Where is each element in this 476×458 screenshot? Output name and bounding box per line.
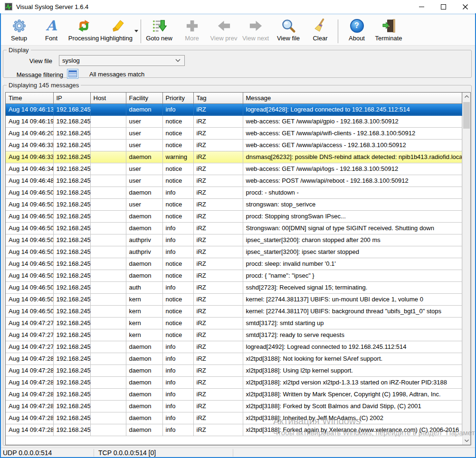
cell-ip: 192.168.245.10 bbox=[53, 341, 90, 353]
processing-button[interactable]: Processing bbox=[69, 18, 98, 44]
table-row[interactable]: Aug 14 09:47:28192.168.245.10daemoninfoi… bbox=[6, 365, 462, 376]
cell-host bbox=[90, 317, 126, 329]
goto-new-button[interactable]: Goto new bbox=[145, 18, 173, 44]
table-row[interactable]: Aug 14 09:46:50192.168.245.10kernnoticei… bbox=[6, 305, 462, 317]
app-icon[interactable] bbox=[5, 3, 12, 10]
cell-host bbox=[90, 400, 126, 412]
cell-time: Aug 14 09:46:50 bbox=[6, 198, 53, 210]
scroll-up-button[interactable] bbox=[463, 93, 471, 101]
table-row[interactable]: Aug 14 09:46:50192.168.245.10daemoninfoi… bbox=[6, 187, 462, 198]
table-row[interactable]: Aug 14 09:46:50192.168.245.10authprivinf… bbox=[6, 246, 462, 258]
cell-host bbox=[90, 210, 126, 222]
cell-facility: auth bbox=[126, 281, 162, 293]
cell-tag: iRZ bbox=[193, 187, 243, 198]
cell-ip: 192.168.245.10 bbox=[53, 353, 90, 365]
window-controls bbox=[410, 0, 476, 13]
view-next-button[interactable]: View next bbox=[242, 18, 269, 44]
column-header-ip[interactable]: IP bbox=[53, 93, 90, 103]
minimize-icon bbox=[419, 4, 424, 9]
display-group-label: Display bbox=[7, 47, 31, 54]
cell-priority: notice bbox=[162, 163, 193, 175]
table-row[interactable]: Aug 14 09:46:50192.168.245.10kernnoticei… bbox=[6, 293, 462, 305]
minimize-button[interactable] bbox=[410, 0, 432, 13]
cell-facility: daemon bbox=[126, 412, 162, 424]
column-header-priority[interactable]: Priority bbox=[162, 93, 193, 103]
table-row[interactable]: Aug 14 09:46:50192.168.245.10authprivinf… bbox=[6, 234, 462, 246]
table-row[interactable]: Aug 14 09:46:50192.168.245.10usernoticei… bbox=[6, 198, 462, 210]
table-row[interactable]: Aug 14 09:47:27192.168.245.10daemoninfoi… bbox=[6, 341, 462, 353]
more-button[interactable]: More bbox=[181, 18, 203, 44]
cell-tag: iRZ bbox=[193, 210, 243, 222]
table-row[interactable]: Aug 14 09:46:34192.168.245.10usernoticei… bbox=[6, 163, 462, 175]
status-bar: UDP 0.0.0.0:514 TCP 0.0.0.0:514 [0] bbox=[0, 448, 476, 457]
clear-button[interactable]: Clear bbox=[310, 18, 331, 44]
column-header-tag[interactable]: Tag bbox=[193, 93, 243, 103]
magnifier-icon bbox=[281, 18, 296, 34]
cell-host bbox=[90, 127, 126, 139]
cell-facility: daemon bbox=[126, 187, 162, 198]
table-row[interactable]: Aug 14 09:46:19192.168.245.10usernoticei… bbox=[6, 115, 462, 127]
cell-host bbox=[90, 246, 126, 258]
table-row[interactable]: Aug 14 09:47:28192.168.245.10daemoninfoi… bbox=[6, 388, 462, 400]
cell-facility: daemon bbox=[126, 222, 162, 234]
column-header-facility[interactable]: Facility bbox=[126, 93, 162, 103]
table-row[interactable]: Aug 14 09:46:50192.168.245.10daemonnotic… bbox=[6, 210, 462, 222]
scroll-down-button[interactable] bbox=[463, 437, 471, 445]
cell-host bbox=[90, 258, 126, 270]
column-header-host[interactable]: Host bbox=[90, 93, 126, 103]
table-row[interactable]: Aug 14 09:47:27192.168.245.10kernnoticei… bbox=[6, 329, 462, 341]
cell-ip: 192.168.245.10 bbox=[53, 293, 90, 305]
goto-new-label: Goto new bbox=[146, 35, 172, 42]
column-header-time[interactable]: Time bbox=[6, 93, 53, 103]
terminate-button[interactable]: Terminate bbox=[374, 18, 403, 44]
table-row[interactable]: Aug 14 09:46:50192.168.245.10daemonnotic… bbox=[6, 270, 462, 281]
cell-host bbox=[90, 365, 126, 376]
table-row[interactable]: Aug 14 09:47:28192.168.245.10daemoninfoi… bbox=[6, 412, 462, 424]
view-file-button[interactable]: View file bbox=[275, 18, 302, 44]
view-prev-button[interactable]: View prev bbox=[210, 18, 238, 44]
cell-host bbox=[90, 198, 126, 210]
table-row[interactable]: Aug 14 09:46:48192.168.245.10usernoticei… bbox=[6, 175, 462, 187]
view-prev-label: View prev bbox=[210, 35, 238, 42]
view-next-label: View next bbox=[242, 35, 269, 42]
setup-button[interactable]: Setup bbox=[8, 18, 30, 44]
cell-facility: daemon bbox=[126, 103, 162, 115]
cell-tag: iRZ bbox=[193, 281, 243, 293]
table-row[interactable]: Aug 14 09:46:33192.168.245.10daemonwarni… bbox=[6, 151, 462, 163]
table-row[interactable]: Aug 14 09:47:27192.168.245.10kernnoticei… bbox=[6, 317, 462, 329]
cell-facility: daemon bbox=[126, 365, 162, 376]
font-button[interactable]: A Font bbox=[40, 18, 63, 44]
cell-facility: user bbox=[126, 115, 162, 127]
cell-priority: info bbox=[162, 103, 193, 115]
table-row[interactable]: Aug 14 09:46:50192.168.245.10authinfoiRZ… bbox=[6, 281, 462, 293]
cell-priority: info bbox=[162, 222, 193, 234]
about-button[interactable]: ? About bbox=[345, 18, 368, 44]
maximize-button[interactable] bbox=[432, 0, 454, 13]
table-row[interactable]: Aug 14 09:47:28192.168.245.10daemoninfoi… bbox=[6, 376, 462, 388]
highlighting-dropdown-arrow-icon[interactable] bbox=[134, 30, 138, 32]
highlighting-button[interactable]: Highlighting bbox=[100, 18, 133, 44]
close-button[interactable] bbox=[454, 0, 476, 13]
cell-message: xl2tpd[3188]: Using l2tp kernel support. bbox=[243, 365, 462, 376]
log-table-head-row: TimeIPHostFacilityPriorityTagMessage bbox=[6, 93, 462, 103]
cell-message: web-access: POST /www/api/reboot - 192.1… bbox=[243, 175, 462, 187]
table-row[interactable]: Aug 14 09:46:33192.168.245.10usernoticei… bbox=[6, 139, 462, 151]
view-file-combobox[interactable]: syslog bbox=[59, 55, 185, 66]
cell-priority: info bbox=[162, 281, 193, 293]
table-row[interactable]: Aug 14 09:46:50192.168.245.10daemoninfoi… bbox=[6, 222, 462, 234]
message-filtering-label: Message filtering bbox=[6, 71, 63, 78]
table-row[interactable]: Aug 14 09:47:28192.168.245.10daemoninfoi… bbox=[6, 353, 462, 365]
table-row[interactable]: Aug 14 09:46:50192.168.245.10daemonnotic… bbox=[6, 258, 462, 270]
message-filter-button[interactable] bbox=[67, 69, 78, 79]
table-row[interactable]: Aug 14 09:46:20192.168.245.10usernoticei… bbox=[6, 127, 462, 139]
table-row[interactable]: Aug 14 09:46:13192.168.245.10daemoninfoi… bbox=[6, 103, 462, 115]
column-header-message[interactable]: Message bbox=[243, 93, 462, 103]
vertical-scrollbar[interactable] bbox=[462, 93, 470, 445]
filter-status-text: All messages match bbox=[89, 71, 144, 78]
table-row[interactable]: Aug 14 09:47:28192.168.245.10daemoninfoi… bbox=[6, 400, 462, 412]
cell-host bbox=[90, 270, 126, 281]
scrollbar-thumb[interactable] bbox=[463, 102, 470, 129]
table-row[interactable]: Aug 14 09:47:28192.168.245.10daemoninfoi… bbox=[6, 424, 462, 436]
cell-ip: 192.168.245.10 bbox=[53, 376, 90, 388]
cell-ip: 192.168.245.10 bbox=[53, 270, 90, 281]
